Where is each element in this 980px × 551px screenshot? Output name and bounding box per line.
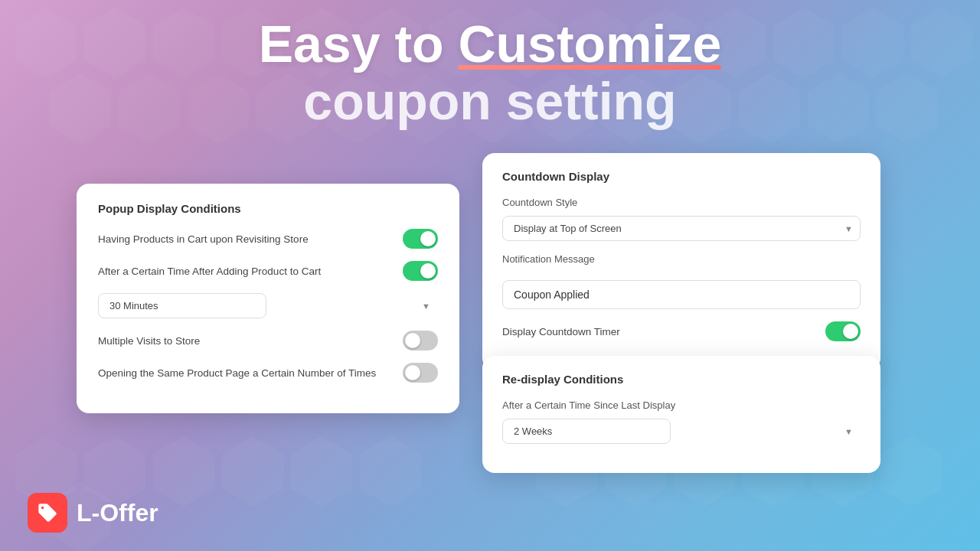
logo-text: L-Offer	[77, 499, 158, 527]
toggle-product-page[interactable]	[403, 363, 438, 383]
style-dropdown[interactable]: Display at Top of Screen Display at Bott…	[502, 216, 861, 241]
setting-row-revisit: Having Products in Cart upon Revisiting …	[98, 229, 438, 249]
redisplay-conditions-card: Re-display Conditions After a Certain Ti…	[482, 356, 880, 473]
popup-card-title: Popup Display Conditions	[98, 202, 438, 215]
logo-icon	[28, 493, 67, 533]
heading-prefix: Easy to	[259, 15, 459, 73]
heading-area: Easy to Customize coupon setting	[0, 15, 980, 130]
setting-row-product-page: Opening the Same Product Page a Certain …	[98, 363, 438, 383]
toggle-timer[interactable]	[825, 321, 861, 341]
toggle-revisit[interactable]	[403, 229, 438, 249]
heading-line2: coupon setting	[0, 73, 980, 130]
notification-label: Notification Message	[502, 253, 861, 265]
setting-row-time: After a Certain Time After Adding Produc…	[98, 261, 438, 281]
popup-display-card: Popup Display Conditions Having Products…	[77, 184, 459, 413]
redisplay-sub-label: After a Certain Time Since Last Display	[502, 399, 861, 411]
setting-row-timer: Display Countdown Timer	[502, 321, 861, 341]
setting-label-revisit: Having Products in Cart upon Revisiting …	[98, 233, 309, 245]
time-dropdown-arrow: ▼	[422, 302, 430, 311]
time-dropdown-wrapper: 5 Minutes 10 Minutes 30 Minutes 1 Hour 2…	[98, 293, 438, 318]
setting-label-timer: Display Countdown Timer	[502, 326, 620, 337]
time-dropdown[interactable]: 5 Minutes 10 Minutes 30 Minutes 1 Hour 2…	[98, 293, 266, 318]
redisplay-dropdown-arrow: ▼	[844, 427, 853, 436]
style-dropdown-wrapper: Display at Top of Screen Display at Bott…	[502, 216, 861, 241]
redisplay-dropdown[interactable]: 1 Day 3 Days 1 Week 2 Weeks 1 Month	[502, 419, 671, 444]
toggle-visits[interactable]	[403, 331, 438, 350]
redisplay-card-title: Re-display Conditions	[502, 373, 861, 386]
setting-label-visits: Multiple Visits to Store	[98, 335, 200, 347]
notification-input[interactable]	[502, 280, 861, 309]
heading-highlight: Customize	[458, 15, 721, 73]
countdown-card-title: Countdown Display	[502, 170, 861, 183]
toggle-time[interactable]	[403, 261, 438, 281]
setting-label-time: After a Certain Time After Adding Produc…	[98, 266, 321, 277]
logo-area: L-Offer	[28, 493, 158, 533]
setting-row-visits: Multiple Visits to Store	[98, 331, 438, 350]
redisplay-dropdown-wrapper: 1 Day 3 Days 1 Week 2 Weeks 1 Month ▼	[502, 419, 861, 444]
countdown-style-label: Countdown Style	[502, 197, 861, 208]
countdown-display-card: Countdown Display Countdown Style Displa…	[482, 153, 880, 370]
heading-line1: Easy to Customize	[0, 15, 980, 73]
setting-label-product-page: Opening the Same Product Page a Certain …	[98, 367, 376, 379]
